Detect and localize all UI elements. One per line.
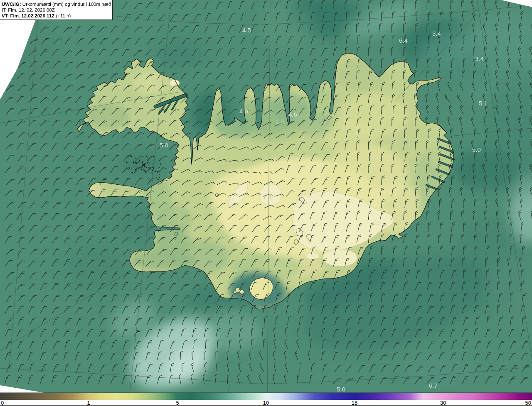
svg-text:15: 15 — [352, 400, 357, 406]
svg-text:1.6: 1.6 — [276, 118, 285, 125]
svg-text:1: 1 — [87, 400, 90, 406]
svg-text:30: 30 — [440, 400, 446, 406]
svg-text:5.0: 5.0 — [160, 142, 168, 149]
svg-text:5.1: 5.1 — [479, 100, 488, 107]
svg-text:5: 5 — [176, 400, 179, 406]
svg-text:5.0: 5.0 — [472, 146, 481, 153]
svg-text:3.4: 3.4 — [475, 55, 484, 62]
svg-text:2.5: 2.5 — [152, 79, 160, 86]
svg-text:6.4: 6.4 — [399, 37, 408, 44]
svg-text:3.4: 3.4 — [432, 30, 441, 37]
svg-text:6.7: 6.7 — [429, 382, 438, 389]
svg-text:1.6: 1.6 — [216, 204, 225, 211]
svg-text:2.4: 2.4 — [95, 186, 103, 193]
svg-text:0: 0 — [1, 400, 4, 406]
svg-text:4.5: 4.5 — [242, 27, 251, 34]
svg-text:1.7: 1.7 — [387, 137, 395, 144]
svg-text:50: 50 — [525, 400, 531, 406]
svg-text:0.9: 0.9 — [372, 219, 381, 226]
svg-text:4.6: 4.6 — [288, 111, 297, 118]
svg-text:10: 10 — [263, 400, 269, 406]
svg-text:4.8: 4.8 — [239, 108, 248, 115]
svg-text:1.3: 1.3 — [263, 193, 271, 201]
svg-text:5.0: 5.0 — [337, 386, 345, 393]
